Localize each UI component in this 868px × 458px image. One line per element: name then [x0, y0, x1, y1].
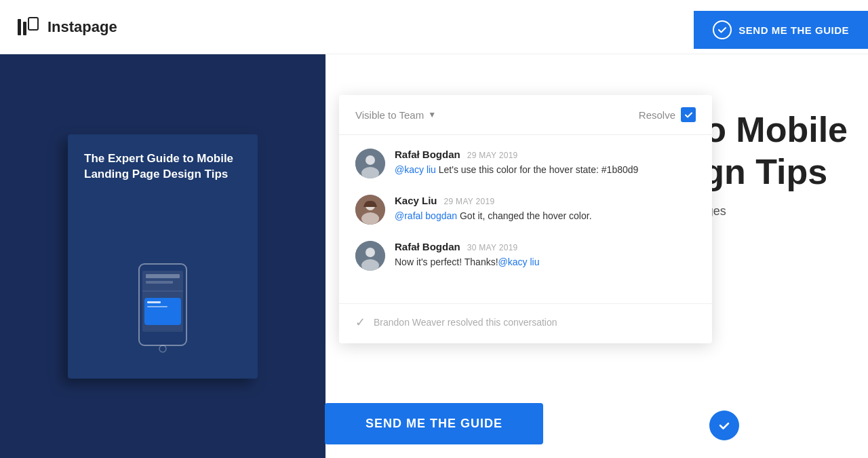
comment-meta-3: Rafał Bogdan 30 MAY 2019	[395, 241, 696, 252]
dropdown-arrow-icon: ▼	[428, 110, 436, 119]
cta-button-top[interactable]: SEND ME THE GUIDE	[694, 11, 868, 49]
book-title: The Expert Guide to Mobile Landing Page …	[84, 151, 241, 183]
resolve-checkbox[interactable]	[681, 107, 696, 122]
resolve-area[interactable]: Resolve	[639, 107, 696, 122]
svg-point-19	[366, 248, 375, 257]
check-icon: ✓	[355, 315, 366, 330]
svg-rect-1	[23, 22, 26, 35]
svg-point-11	[159, 345, 166, 352]
comment-text-1: @kacy liu Let's use this color for the h…	[395, 163, 696, 177]
visible-to-team-dropdown[interactable]: Visible to Team ▼	[355, 109, 436, 121]
book-area: The Expert Guide to Mobile Landing Page …	[0, 54, 326, 458]
svg-point-13	[366, 155, 375, 165]
comment-meta-1: Rafał Bogdan 29 MAY 2019	[395, 149, 696, 160]
comment-content-2: Kacy Liu 29 MAY 2019 @rafal bogdan Got i…	[395, 195, 696, 225]
avatar-kacy	[355, 195, 385, 225]
book-illustration	[84, 254, 241, 362]
comment-meta-2: Kacy Liu 29 MAY 2019	[395, 195, 696, 206]
right-text-area: to Mobile ign Tips pages	[693, 109, 848, 218]
comment-panel: Visible to Team ▼ Resolve	[339, 95, 712, 343]
svg-rect-5	[146, 274, 180, 278]
avatar-rafal-1	[355, 149, 385, 178]
svg-rect-6	[146, 281, 173, 284]
resolved-message: ✓ Brandon Weaver resolved this conversat…	[339, 303, 712, 343]
resolve-circle-bottom[interactable]	[709, 411, 739, 440]
avatar-rafal-2	[355, 241, 385, 271]
logo-icon	[16, 15, 41, 39]
right-subtext: pages	[693, 204, 848, 218]
svg-point-17	[361, 212, 379, 225]
svg-rect-2	[28, 18, 38, 30]
header: Instapage SEND ME THE GUIDE	[0, 0, 868, 54]
svg-rect-0	[18, 19, 21, 35]
comment-text-2: @rafal bogdan Got it, changed the hover …	[395, 209, 696, 223]
cta-check-icon	[713, 20, 732, 39]
cta-button-bottom[interactable]: SEND ME THE GUIDE	[325, 403, 543, 444]
comment-item: Rafał Bogdan 29 MAY 2019 @kacy liu Let's…	[355, 149, 696, 178]
logo-text: Instapage	[47, 18, 117, 36]
comment-item: Kacy Liu 29 MAY 2019 @rafal bogdan Got i…	[355, 195, 696, 225]
comments-list: Rafał Bogdan 29 MAY 2019 @kacy liu Let's…	[339, 135, 712, 301]
svg-rect-9	[147, 306, 167, 307]
right-heading: to Mobile ign Tips	[693, 109, 848, 193]
book-cover: The Expert Guide to Mobile Landing Page …	[68, 134, 258, 379]
comment-text-3: Now it's perfect! Thanks!@kacy liu	[395, 255, 696, 269]
comment-item: Rafał Bogdan 30 MAY 2019 Now it's perfec…	[355, 241, 696, 271]
svg-rect-8	[147, 301, 161, 303]
comment-content-3: Rafał Bogdan 30 MAY 2019 Now it's perfec…	[395, 241, 696, 271]
comment-content-1: Rafał Bogdan 29 MAY 2019 @kacy liu Let's…	[395, 149, 696, 178]
logo: Instapage	[16, 15, 117, 39]
panel-header: Visible to Team ▼ Resolve	[339, 95, 712, 135]
